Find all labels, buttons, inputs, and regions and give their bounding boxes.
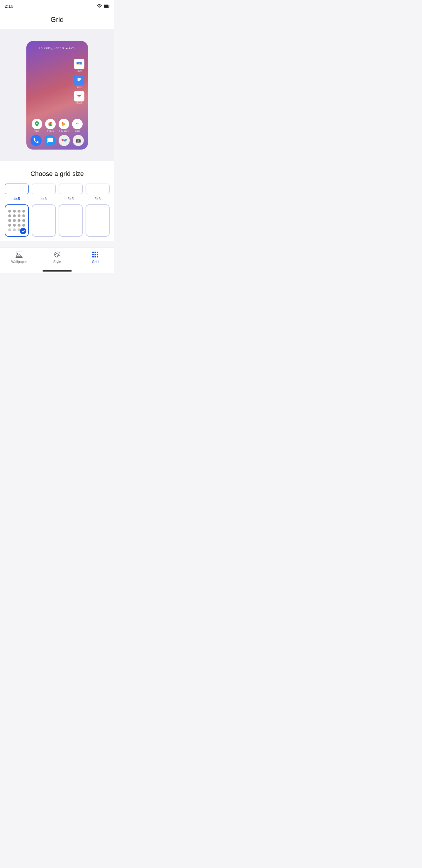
status-bar: 2:16: [0, 0, 114, 11]
svg-rect-11: [78, 78, 81, 79]
app-photos: Photos: [45, 119, 56, 132]
svg-rect-6: [79, 63, 82, 64]
svg-point-27: [63, 140, 65, 141]
svg-rect-13: [78, 80, 80, 81]
svg-rect-34: [15, 257, 23, 258]
phone-apps-grid: Maps Photos: [26, 119, 88, 132]
svg-rect-42: [92, 254, 94, 255]
svg-rect-10: [76, 77, 83, 83]
grid-section: Choose a grid size 4x5 4x6 5x5 5x6: [0, 161, 114, 241]
svg-point-19: [75, 121, 80, 127]
wallpaper-icon: [15, 250, 23, 259]
wallpaper-label: Wallpaper: [11, 260, 27, 264]
app-news: News: [74, 59, 85, 72]
nav-grid[interactable]: Grid: [76, 250, 114, 264]
gmail-label: Gmail: [76, 102, 82, 104]
play-store-label: Play Store: [59, 130, 69, 132]
grid-previews-row: [5, 205, 109, 237]
grid-tab-5x6[interactable]: [86, 184, 109, 194]
grid-preview-5x5[interactable]: [59, 205, 83, 237]
svg-rect-7: [76, 64, 79, 65]
dock-chrome: [59, 135, 70, 146]
news-icon: [74, 59, 85, 69]
svg-rect-41: [97, 252, 98, 253]
svg-rect-46: [95, 256, 96, 257]
grid-label-nav: Grid: [92, 260, 99, 264]
svg-point-38: [58, 254, 59, 255]
style-label: Style: [53, 260, 61, 264]
preview-area: Thursday, Feb 18 ☁ 47°F: [0, 29, 114, 161]
home-bar: [42, 270, 72, 272]
grid-labels-row: 4x5 4x6 5x5 5x6: [5, 196, 109, 201]
svg-point-37: [58, 253, 58, 254]
svg-rect-5: [76, 63, 79, 64]
svg-point-16: [36, 123, 38, 124]
svg-rect-8: [79, 64, 82, 65]
app-docs: Docs: [74, 75, 85, 88]
check-badge: [20, 228, 26, 234]
nav-style[interactable]: Style: [38, 250, 76, 264]
svg-rect-4: [76, 62, 82, 63]
grid-preview-4x5[interactable]: [5, 205, 29, 237]
phone-preview: Thursday, Feb 18 ☁ 47°F: [26, 41, 88, 150]
photos-label: Photos: [47, 130, 54, 132]
gmail-icon: [74, 91, 85, 101]
page-title: Grid: [51, 16, 64, 24]
grid-tab-4x6[interactable]: [32, 184, 56, 194]
maps-icon: [32, 119, 42, 129]
app-slack: Slack: [72, 119, 83, 132]
svg-rect-1: [109, 5, 109, 7]
grid-preview-4x6[interactable]: [32, 205, 56, 237]
battery-icon: [104, 4, 109, 8]
grid-nav-icon: [91, 250, 99, 259]
svg-rect-2: [104, 5, 108, 7]
dock-messages: [44, 135, 56, 146]
status-icons: [97, 4, 109, 8]
grid-tab-5x5[interactable]: [59, 184, 83, 194]
svg-rect-3: [75, 60, 83, 67]
wifi-icon: [97, 4, 102, 8]
grid-tab-4x5[interactable]: [5, 184, 29, 194]
svg-rect-44: [97, 254, 98, 255]
svg-point-35: [55, 254, 56, 255]
photos-icon: [45, 119, 56, 129]
app-play-store: Play Store: [59, 119, 69, 132]
svg-rect-12: [78, 79, 81, 80]
svg-rect-43: [95, 254, 96, 255]
home-indicator: [0, 268, 114, 273]
grid-preview-5x6[interactable]: [86, 205, 109, 237]
svg-rect-21: [76, 123, 77, 123]
play-store-icon: [59, 119, 69, 129]
style-icon: [53, 250, 61, 259]
svg-rect-39: [92, 252, 94, 253]
svg-rect-45: [92, 256, 94, 257]
svg-point-33: [17, 253, 18, 254]
svg-point-36: [56, 253, 57, 254]
maps-label: Maps: [34, 130, 39, 132]
svg-rect-23: [78, 123, 79, 124]
dock-camera: [73, 135, 84, 146]
svg-rect-9: [76, 66, 82, 66]
svg-rect-40: [95, 252, 96, 253]
grid-section-title: Choose a grid size: [5, 170, 109, 178]
svg-rect-22: [77, 123, 78, 123]
app-maps: Maps: [32, 119, 42, 132]
page-title-bar: Grid: [0, 11, 114, 29]
nav-wallpaper[interactable]: Wallpaper: [0, 250, 38, 264]
grid-label-4x5: 4x5: [5, 196, 29, 201]
svg-rect-47: [97, 256, 98, 257]
grid-label-5x6: 5x6: [86, 196, 109, 201]
grid-label-5x5: 5x5: [59, 196, 83, 201]
docs-label: Docs: [77, 86, 82, 88]
grid-label-4x6: 4x6: [32, 196, 56, 201]
app-gmail: Gmail: [74, 91, 85, 104]
bottom-nav: Wallpaper Style: [0, 247, 114, 268]
status-time: 2:16: [5, 3, 13, 8]
news-label: News: [76, 70, 82, 72]
svg-rect-20: [76, 123, 77, 124]
docs-icon: [74, 75, 85, 85]
slack-icon: [72, 119, 83, 129]
dock-phone: [30, 135, 42, 146]
phone-date: Thursday, Feb 18 ☁ 47°F: [26, 46, 88, 50]
grid-options-row[interactable]: [5, 184, 109, 194]
